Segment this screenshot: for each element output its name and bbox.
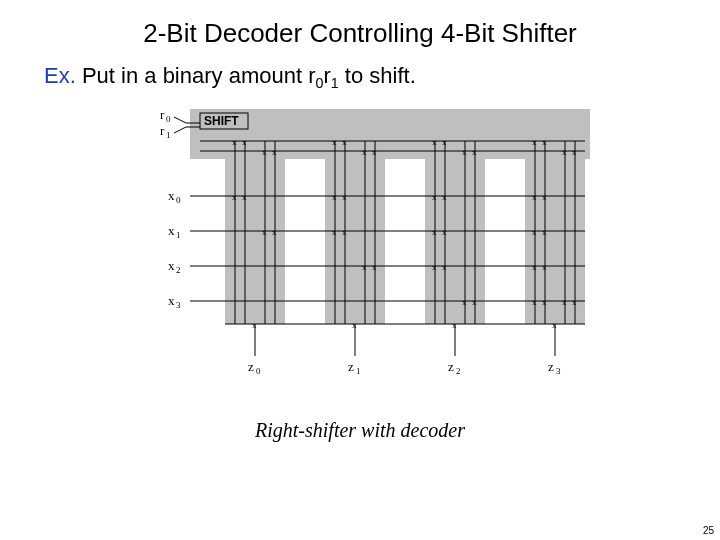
svg-text:x: x bbox=[462, 297, 467, 307]
svg-text:x: x bbox=[532, 262, 537, 272]
svg-text:x: x bbox=[442, 227, 447, 237]
svg-text:x: x bbox=[462, 147, 467, 157]
svg-text:x: x bbox=[168, 258, 175, 273]
svg-text:2: 2 bbox=[176, 265, 181, 275]
svg-rect-2 bbox=[325, 159, 385, 324]
svg-text:x: x bbox=[572, 297, 577, 307]
svg-text:r: r bbox=[160, 123, 165, 138]
svg-text:x: x bbox=[442, 262, 447, 272]
svg-text:x: x bbox=[442, 137, 447, 147]
svg-text:x: x bbox=[372, 147, 377, 157]
svg-text:x: x bbox=[472, 147, 477, 157]
svg-text:x: x bbox=[542, 297, 547, 307]
svg-text:x: x bbox=[542, 262, 547, 272]
svg-text:x: x bbox=[552, 320, 557, 330]
svg-text:0: 0 bbox=[166, 114, 171, 124]
svg-text:x: x bbox=[232, 192, 237, 202]
shift-label: SHIFT bbox=[204, 114, 239, 128]
svg-text:z: z bbox=[248, 359, 254, 374]
slide-title: 2-Bit Decoder Controlling 4-Bit Shifter bbox=[0, 18, 720, 49]
svg-text:x: x bbox=[432, 227, 437, 237]
example-line: Ex. Put in a binary amount r0r1 to shift… bbox=[44, 63, 720, 91]
svg-text:x: x bbox=[242, 192, 247, 202]
svg-text:x: x bbox=[542, 227, 547, 237]
circuit-diagram: SHIFT r0 r1 x0 x1 x2 x3 xx xx xx xx x z0… bbox=[130, 101, 590, 401]
svg-text:x: x bbox=[362, 262, 367, 272]
svg-text:3: 3 bbox=[176, 300, 181, 310]
svg-text:1: 1 bbox=[356, 366, 361, 376]
svg-text:z: z bbox=[448, 359, 454, 374]
svg-text:x: x bbox=[232, 137, 237, 147]
svg-text:x: x bbox=[342, 227, 347, 237]
svg-text:x: x bbox=[562, 297, 567, 307]
svg-text:r: r bbox=[160, 107, 165, 122]
figure-caption: Right-shifter with decoder bbox=[0, 419, 720, 442]
svg-text:x: x bbox=[532, 227, 537, 237]
svg-text:x: x bbox=[432, 192, 437, 202]
page-number: 25 bbox=[703, 525, 714, 536]
svg-text:x: x bbox=[242, 137, 247, 147]
svg-text:x: x bbox=[532, 137, 537, 147]
svg-text:x: x bbox=[168, 188, 175, 203]
example-sub1: 1 bbox=[331, 75, 339, 91]
svg-text:x: x bbox=[342, 192, 347, 202]
svg-text:x: x bbox=[362, 147, 367, 157]
example-text-1: Put in a binary amount r bbox=[76, 63, 316, 88]
svg-text:0: 0 bbox=[256, 366, 261, 376]
svg-text:3: 3 bbox=[556, 366, 561, 376]
svg-text:z: z bbox=[548, 359, 554, 374]
example-text-2: to shift. bbox=[339, 63, 416, 88]
svg-text:x: x bbox=[352, 320, 357, 330]
svg-text:x: x bbox=[432, 137, 437, 147]
svg-text:x: x bbox=[562, 147, 567, 157]
svg-text:x: x bbox=[542, 137, 547, 147]
svg-text:1: 1 bbox=[166, 130, 171, 140]
svg-text:x: x bbox=[168, 293, 175, 308]
svg-text:x: x bbox=[332, 137, 337, 147]
svg-text:x: x bbox=[532, 297, 537, 307]
svg-text:x: x bbox=[472, 297, 477, 307]
svg-text:x: x bbox=[272, 147, 277, 157]
svg-text:x: x bbox=[542, 192, 547, 202]
svg-text:x: x bbox=[572, 147, 577, 157]
svg-text:0: 0 bbox=[176, 195, 181, 205]
svg-text:z: z bbox=[348, 359, 354, 374]
svg-text:x: x bbox=[262, 227, 267, 237]
svg-text:x: x bbox=[342, 137, 347, 147]
svg-text:x: x bbox=[272, 227, 277, 237]
svg-rect-1 bbox=[225, 159, 285, 324]
svg-text:x: x bbox=[452, 320, 457, 330]
svg-text:1: 1 bbox=[176, 230, 181, 240]
svg-text:x: x bbox=[432, 262, 437, 272]
svg-text:x: x bbox=[532, 192, 537, 202]
svg-text:x: x bbox=[442, 192, 447, 202]
example-mid: r bbox=[323, 63, 330, 88]
svg-text:x: x bbox=[372, 262, 377, 272]
svg-text:x: x bbox=[252, 320, 257, 330]
svg-text:x: x bbox=[332, 227, 337, 237]
svg-text:x: x bbox=[332, 192, 337, 202]
svg-text:x: x bbox=[168, 223, 175, 238]
svg-text:x: x bbox=[262, 147, 267, 157]
svg-text:2: 2 bbox=[456, 366, 461, 376]
example-prefix: Ex. bbox=[44, 63, 76, 88]
